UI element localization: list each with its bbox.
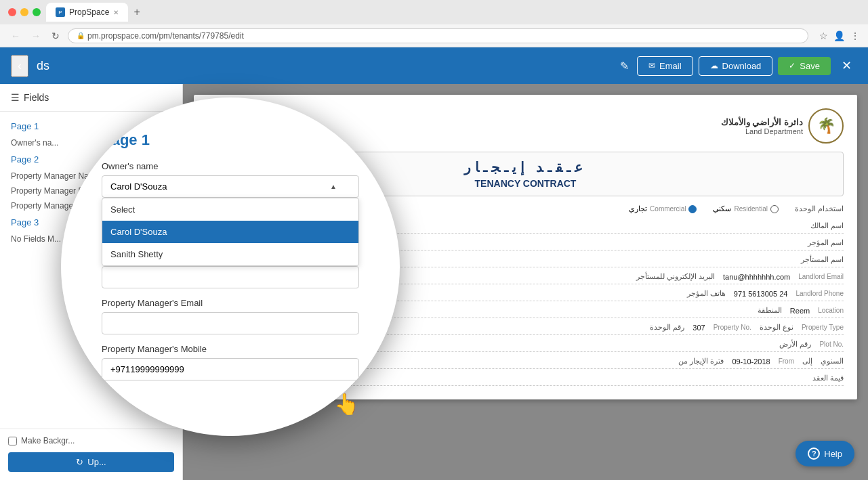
email-icon: ✉ [648, 61, 655, 70]
address-bar[interactable]: 🔒 pm.propspace.com/pm/tenants/779785/edi… [68, 28, 808, 43]
maximize-traffic-light[interactable] [33, 8, 41, 16]
close-button[interactable]: ✕ [836, 56, 857, 76]
download-icon: ☁ [710, 61, 718, 70]
owner-name-select[interactable]: Carol D'Souza ▲ [102, 175, 359, 198]
zoom-overlay: Page 1 Owner's name Carol D'Souza ▲ Sele… [20, 84, 413, 480]
page-title: ds [37, 59, 612, 73]
landlord-phone-en: Landlord Phone [795, 290, 844, 297]
period-from-en: From [779, 357, 794, 365]
app-header: ‹ ds ✎ ✉ Email ☁ Download ✓ Save ✕ [0, 47, 868, 84]
option-sanith[interactable]: Sanith Shetty [102, 243, 358, 265]
lock-icon: 🔒 [77, 32, 85, 39]
pm-email-input[interactable] [102, 312, 359, 334]
period-to-ar: إلى [802, 357, 812, 366]
browser-chrome: P PropSpace ✕ + ← → ↻ 🔒 pm.propspace.com… [0, 0, 868, 47]
new-tab-button[interactable]: + [131, 6, 142, 18]
profile-icon[interactable]: 👤 [833, 30, 845, 41]
save-label: Save [800, 61, 820, 71]
doc-logo-english: Land Department [721, 127, 803, 135]
tab-close-button[interactable]: ✕ [113, 9, 119, 16]
pm-mobile-group: Property Manager's Mobile +9711999999999… [102, 344, 359, 380]
annual-ar: السنوي [821, 357, 844, 366]
browser-titlebar: P PropSpace ✕ + [0, 0, 868, 24]
landlord-phone-ar: هاتف المؤجر [687, 289, 726, 298]
residential-label-ar: سكني [713, 204, 731, 213]
plot-no-en: Plot No. [819, 341, 844, 348]
back-button[interactable]: ‹ [11, 55, 28, 77]
property-no-value: 307 [693, 324, 705, 332]
landlord-phone-value: 971 5613005 24 [734, 290, 788, 298]
check-icon: ✓ [789, 61, 795, 70]
pm-mobile-input[interactable]: +97119999999999 [102, 358, 359, 380]
owner-name-select-wrapper: Carol D'Souza ▲ Select Carol D'Souza San… [102, 175, 359, 198]
pm-email-label: Property Manager's Email [102, 298, 359, 308]
minimize-traffic-light[interactable] [20, 8, 28, 16]
unit-use-label: استخدام الوحدة [795, 204, 844, 213]
option-select[interactable]: Select [102, 198, 358, 221]
residential-label-en: Residential [734, 205, 767, 213]
location-value: Reem [790, 307, 810, 315]
doc-logo-text: دائرة الأراضي والأملاك Land Department [721, 117, 803, 135]
period-ar: فترة الإيجار من [678, 357, 724, 366]
commercial-label-ar: تجاري [629, 204, 647, 213]
dropdown-menu: Select Carol D'Souza Sanith Shetty [102, 198, 359, 266]
email-button[interactable]: ✉ Email [637, 56, 693, 76]
zoom-content: Page 1 Owner's name Carol D'Souza ▲ Sele… [61, 97, 400, 380]
help-button[interactable]: ? Help [795, 441, 854, 466]
active-tab[interactable]: P PropSpace ✕ [46, 3, 128, 22]
back-button[interactable]: ← [8, 29, 23, 43]
dropdown-arrow-icon: ▲ [330, 183, 337, 190]
period-from-value: 09-10-2018 [732, 357, 770, 366]
location-en: Location [818, 307, 844, 314]
select-value: Carol D'Souza [110, 181, 167, 192]
address-bar-row: ← → ↻ 🔒 pm.propspace.com/pm/tenants/7797… [0, 24, 868, 47]
bookmark-icon[interactable]: ☆ [819, 30, 828, 41]
reload-button[interactable]: ↻ [49, 29, 62, 43]
property-no-en: Property No. [714, 324, 751, 331]
help-label: Help [824, 449, 842, 459]
pm-mobile-label: Property Manager's Mobile [102, 344, 359, 354]
header-actions: ✉ Email ☁ Download ✓ Save ✕ [637, 56, 857, 76]
download-button[interactable]: ☁ Download [699, 56, 773, 76]
forward-button[interactable]: → [28, 29, 43, 43]
location-ar: المنطقة [758, 306, 782, 315]
close-traffic-light[interactable] [8, 8, 16, 16]
property-type-en: Property Type [802, 324, 844, 331]
traffic-lights [8, 8, 41, 16]
tab-title: PropSpace [69, 7, 109, 17]
landlord-email-en: Landlord Email [798, 273, 844, 280]
commercial-radio[interactable] [688, 205, 697, 213]
pm-name-input[interactable] [102, 266, 359, 288]
plot-no-ar: رقم الأرض [779, 340, 811, 349]
landlord-email-value: tanu@hhhhhhh.com [723, 273, 790, 281]
owner-name-label: Owner's name [102, 161, 359, 171]
fields-icon: ☰ [11, 92, 20, 103]
property-no-ar: رقم الوحدة [650, 323, 684, 332]
zoom-circle: Page 1 Owner's name Carol D'Souza ▲ Sele… [61, 97, 400, 436]
owner-name-group: Owner's name Carol D'Souza ▲ Select Caro… [102, 161, 359, 198]
commercial-label-en: Commercial [650, 205, 686, 213]
landlord-email-ar: البريد الإلكتروني للمستأجر [636, 272, 715, 281]
browser-nav-icons: ☆ 👤 ⋮ [819, 30, 860, 41]
download-label: Download [722, 61, 762, 71]
email-label: Email [659, 61, 682, 71]
make-background-checkbox[interactable] [8, 437, 17, 445]
property-type-ar: نوع الوحدة [760, 323, 793, 332]
residential-option: سكني Residential [713, 204, 778, 213]
menu-icon[interactable]: ⋮ [850, 30, 860, 41]
commercial-option: تجاري Commercial [629, 204, 697, 213]
doc-logo-area: دائرة الأراضي والأملاك Land Department 🌴 [721, 108, 844, 144]
residential-radio[interactable] [770, 205, 779, 213]
pm-email-group: Property Manager's Email [102, 298, 359, 334]
help-icon: ? [808, 448, 820, 460]
save-button[interactable]: ✓ Save [778, 57, 831, 75]
tab-bar: P PropSpace ✕ + [46, 3, 860, 22]
doc-logo-icon: 🌴 [808, 108, 844, 144]
address-text: pm.propspace.com/pm/tenants/779785/edit [87, 31, 244, 41]
app-body: ☰ Fields Page 1 Owner's na... Page 2 Pro… [0, 84, 868, 480]
option-carol[interactable]: Carol D'Souza [102, 221, 358, 243]
doc-logo-arabic: دائرة الأراضي والأملاك [721, 117, 803, 127]
tab-favicon: P [56, 7, 65, 17]
edit-icon[interactable]: ✎ [620, 60, 629, 72]
zoom-page-title: Page 1 [102, 131, 359, 149]
